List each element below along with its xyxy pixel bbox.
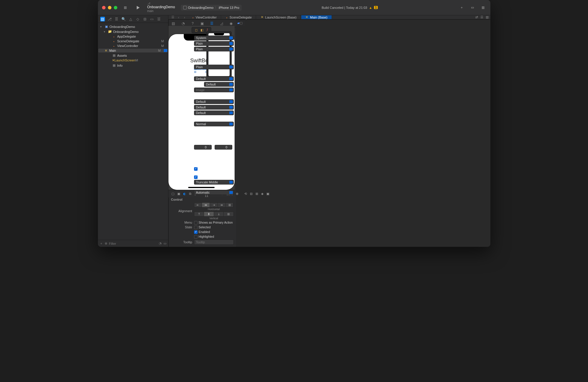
- issue-navigator-icon[interactable]: △: [128, 17, 133, 21]
- home-indicator: [188, 187, 215, 188]
- tab-bar: ☰ ‹ › ⬩ViewController ⬩SceneDelegate ✕La…: [168, 15, 490, 19]
- tab-viewcontroller[interactable]: ⬩ViewController: [188, 15, 221, 19]
- align-icon[interactable]: ⊟: [250, 192, 253, 196]
- navigator-footer: ＋ ⊕ ◔ ▭: [98, 240, 168, 247]
- add-file-icon[interactable]: ＋: [100, 241, 103, 246]
- corner-select[interactable]: Default: [194, 105, 234, 110]
- symbol-navigator-icon[interactable]: ☰: [114, 17, 119, 21]
- report-navigator-icon[interactable]: ☱: [157, 17, 161, 21]
- device-config-icon[interactable]: ▢: [171, 192, 174, 196]
- close-icon[interactable]: [102, 6, 106, 9]
- file-launchscreen[interactable]: ✕LaunchScreenM: [98, 58, 168, 63]
- subtitle-mode-select[interactable]: Plain: [194, 65, 234, 69]
- history-inspector-icon[interactable]: ◔: [181, 21, 186, 26]
- app-icon: [183, 6, 187, 9]
- shadow-width-input[interactable]: 0: [194, 145, 212, 150]
- warning-count[interactable]: 1: [374, 6, 378, 9]
- file-info[interactable]: ▦Info: [98, 63, 168, 68]
- tooltip-input[interactable]: Tooltip: [194, 239, 234, 245]
- embed-icon[interactable]: ▣: [266, 192, 269, 196]
- menu2-check[interactable]: [194, 221, 198, 224]
- foreground-select[interactable]: Default: [204, 82, 234, 87]
- attributes-inspector-icon[interactable]: ☰: [209, 21, 215, 26]
- appearance-icon[interactable]: ◐: [183, 192, 186, 196]
- warning-icon[interactable]: ▲: [369, 6, 372, 9]
- file-appdelegate[interactable]: ⬩AppDelegate: [98, 34, 168, 39]
- zoom-in-icon[interactable]: ⊕: [236, 192, 238, 196]
- resolve-icon[interactable]: ◈: [261, 192, 263, 196]
- adjust-editor-icon[interactable]: ☰: [480, 15, 483, 19]
- breakpoint-toggle-icon[interactable]: ▰: [237, 21, 240, 25]
- v-align-segment[interactable]: ⤒⇕⤓⊞: [194, 212, 234, 217]
- highlighted-check[interactable]: [194, 235, 198, 239]
- toggle-right-sidebar-icon[interactable]: ▥: [479, 4, 487, 11]
- minimize-icon[interactable]: [108, 6, 111, 9]
- orientation-icon[interactable]: ▣: [177, 192, 180, 196]
- scheme-selector[interactable]: OnboardingDemo 〉 iPhone 13 Pro: [181, 5, 242, 11]
- breakpoint-navigator-icon[interactable]: ▭: [150, 17, 154, 21]
- enabled-check[interactable]: [194, 230, 198, 234]
- toggle-left-sidebar-icon[interactable]: ▥: [121, 4, 129, 11]
- window-controls: [98, 6, 121, 9]
- test-navigator-icon[interactable]: ◇: [136, 17, 140, 21]
- add-icon[interactable]: ＋: [458, 4, 466, 11]
- main-body: ▤ ⎇ ☰ 🔍 △ ◇ ⊟ ▭ ☱ ▾▣OnboardingDemo ▾📁Onb…: [98, 15, 490, 247]
- editor-options-icon[interactable]: ⇄: [475, 15, 478, 19]
- title-mode-select[interactable]: Plain: [194, 47, 234, 51]
- source-control-icon[interactable]: ⎇: [107, 17, 112, 21]
- identity-inspector-icon[interactable]: ▣: [200, 21, 205, 26]
- chevron-right-icon: 〉: [215, 6, 218, 10]
- behavior-select[interactable]: Automatic: [194, 190, 234, 195]
- file-scenedelegate[interactable]: ⬩SceneDelegateM: [98, 39, 168, 43]
- type-select[interactable]: System: [194, 36, 234, 40]
- hladjusts-check[interactable]: [194, 167, 198, 171]
- navigator-filter-input[interactable]: [109, 242, 157, 245]
- selected-check[interactable]: [194, 226, 198, 229]
- file-inspector-icon[interactable]: ▤: [171, 21, 176, 26]
- add-editor-icon[interactable]: ▥: [486, 15, 489, 19]
- scm-icon[interactable]: ▭: [163, 242, 166, 245]
- constraints-icon[interactable]: ⟲: [244, 192, 247, 196]
- role-select[interactable]: Normal: [194, 122, 234, 126]
- back-icon[interactable]: ‹: [176, 16, 181, 19]
- file-main[interactable]: ✕MainM: [98, 48, 168, 53]
- status-area: Build Canceled | Today at 21:03 ▲1: [242, 6, 458, 9]
- style-select[interactable]: Plain: [194, 41, 234, 46]
- debug-navigator-icon[interactable]: ⊟: [143, 17, 147, 21]
- zoom-icon[interactable]: [114, 6, 117, 9]
- pin-icon[interactable]: ⊞: [255, 192, 258, 196]
- tab-scenedelegate[interactable]: ⬩SceneDelegate: [222, 15, 256, 19]
- run-button[interactable]: [134, 4, 142, 11]
- alignment-select[interactable]: Default: [194, 76, 234, 81]
- library-icon[interactable]: ▭: [469, 4, 476, 11]
- h-align-segment[interactable]: ⇤⇔⇥⇹⊞: [194, 202, 234, 207]
- find-navigator-icon[interactable]: 🔍: [121, 17, 126, 21]
- image-select[interactable]: Image: [194, 88, 234, 92]
- help-inspector-icon[interactable]: ?: [190, 21, 195, 26]
- file-viewcontroller[interactable]: ⬩ViewControllerM: [98, 43, 168, 48]
- shadow-height-input[interactable]: 0: [215, 145, 232, 150]
- console-icon[interactable]: ▢: [240, 21, 243, 25]
- project-navigator-icon[interactable]: ▤: [100, 17, 105, 21]
- insets-select[interactable]: Default: [194, 110, 234, 115]
- project-root[interactable]: ▾▣OnboardingDemo: [98, 24, 168, 29]
- project-block[interactable]: ⎇ OnboardingDemo main: [147, 2, 175, 12]
- filter-icon[interactable]: ⊕: [105, 242, 107, 245]
- tab-main[interactable]: ✕Main (Base): [301, 15, 332, 19]
- file-assets[interactable]: ▦Assets: [98, 53, 168, 58]
- project-group[interactable]: ▾📁OnboardingDemo: [98, 29, 168, 34]
- titlebar: ▥ ⎇ OnboardingDemo main OnboardingDemo 〉…: [98, 0, 490, 15]
- disadjusts-check[interactable]: [194, 175, 198, 179]
- tab-launchscreen[interactable]: ✕LaunchScreen (Base): [257, 15, 301, 19]
- linebreak-select[interactable]: Truncate Middle: [194, 180, 234, 185]
- connections-inspector-icon[interactable]: ◉: [228, 21, 234, 26]
- related-items-icon[interactable]: ☰: [170, 15, 176, 19]
- vary-traits-icon[interactable]: ⧉: [189, 192, 191, 196]
- editor-area: ☰ ‹ › ⬩ViewController ⬩SceneDelegate ✕La…: [168, 15, 490, 247]
- navigator-tabs: ▤ ⎇ ☰ 🔍 △ ◇ ⊟ ▭ ☱: [98, 15, 168, 23]
- forward-icon[interactable]: ›: [182, 16, 187, 19]
- background-select[interactable]: Default: [194, 99, 234, 104]
- clock-icon[interactable]: ◔: [159, 242, 162, 245]
- size-inspector-icon[interactable]: ◿: [219, 21, 224, 26]
- status-text: Build Canceled | Today at 21:03: [322, 6, 367, 9]
